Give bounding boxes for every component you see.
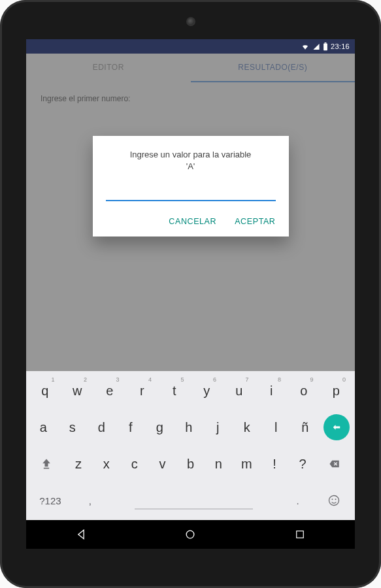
- key-w[interactable]: w2: [63, 375, 93, 406]
- key-m[interactable]: m: [234, 448, 259, 480]
- key-e[interactable]: e3: [95, 375, 125, 406]
- keyboard-row-2: asdfghjklñ: [29, 412, 352, 443]
- svg-rect-1: [325, 42, 327, 43]
- key-q[interactable]: q1: [30, 375, 60, 406]
- wifi-icon: [301, 43, 310, 50]
- key-comma[interactable]: ,: [73, 485, 107, 516]
- dialog-title-line2: 'A': [186, 161, 195, 171]
- android-nav-bar: [26, 520, 355, 549]
- svg-point-6: [187, 531, 195, 538]
- key-delete[interactable]: [318, 448, 351, 480]
- keyboard-row-1: q1w2e3r4t5y6u7i8o9p0: [29, 375, 352, 406]
- key-s[interactable]: s: [59, 412, 86, 443]
- key-emoji[interactable]: [317, 485, 351, 516]
- status-bar: 23:16: [26, 39, 355, 54]
- key-b[interactable]: b: [178, 448, 203, 480]
- key-enter[interactable]: [323, 414, 350, 440]
- key-![interactable]: !: [262, 448, 288, 480]
- dialog-title: Ingrese un valor para la variable 'A': [106, 149, 276, 172]
- key-t[interactable]: t5: [159, 375, 190, 406]
- key-shift[interactable]: [30, 448, 63, 480]
- key-y[interactable]: y6: [192, 375, 222, 406]
- nav-home-button[interactable]: [174, 524, 206, 545]
- key-f[interactable]: f: [118, 412, 144, 443]
- soft-keyboard: q1w2e3r4t5y6u7i8o9p0 asdfghjklñ zxcvbnm!…: [26, 371, 355, 520]
- key-c[interactable]: c: [122, 448, 147, 480]
- key-o[interactable]: o9: [289, 375, 319, 406]
- key-n[interactable]: n: [206, 448, 231, 480]
- keyboard-row-3: zxcvbnm!?: [29, 448, 352, 480]
- key-p[interactable]: p0: [322, 375, 352, 406]
- svg-point-5: [335, 498, 337, 500]
- key-v[interactable]: v: [150, 448, 175, 480]
- signal-icon: [312, 43, 320, 50]
- accept-button[interactable]: ACEPTAR: [235, 217, 275, 226]
- key-space[interactable]: [110, 485, 278, 516]
- nav-recents-button[interactable]: [284, 524, 316, 545]
- key-g[interactable]: g: [146, 412, 173, 443]
- key-r[interactable]: r4: [127, 375, 157, 406]
- cancel-button[interactable]: CANCELAR: [169, 217, 216, 226]
- screen: 23:16 EDITOR RESULTADO(E/S) Ingrese el p…: [26, 39, 355, 549]
- key-z[interactable]: z: [66, 448, 91, 480]
- keyboard-row-4: ?123, .: [29, 485, 352, 516]
- key-symbols[interactable]: ?123: [30, 485, 71, 516]
- dialog-title-line1: Ingrese un valor para la variable: [130, 150, 252, 159]
- status-time: 23:16: [331, 42, 350, 50]
- nav-back-button[interactable]: [65, 524, 97, 545]
- key-?[interactable]: ?: [290, 448, 316, 480]
- svg-rect-2: [44, 468, 49, 469]
- dialog-actions: CANCELAR ACEPTAR: [106, 217, 276, 230]
- key-ñ[interactable]: ñ: [292, 412, 319, 443]
- key-i[interactable]: i8: [257, 375, 287, 406]
- key-d[interactable]: d: [88, 412, 115, 443]
- key-period[interactable]: .: [281, 485, 315, 516]
- dialog-input-underline: [106, 187, 276, 201]
- input-dialog: Ingrese un valor para la variable 'A' CA…: [93, 136, 289, 237]
- svg-rect-7: [297, 531, 304, 538]
- key-u[interactable]: u7: [224, 375, 254, 406]
- tablet-frame: 23:16 EDITOR RESULTADO(E/S) Ingrese el p…: [0, 0, 381, 588]
- key-k[interactable]: k: [234, 412, 261, 443]
- key-x[interactable]: x: [93, 448, 119, 480]
- key-a[interactable]: a: [30, 412, 57, 443]
- key-l[interactable]: l: [263, 412, 290, 443]
- variable-value-input[interactable]: [106, 188, 276, 198]
- battery-icon: [323, 42, 328, 51]
- svg-point-4: [332, 498, 333, 500]
- svg-rect-0: [323, 43, 327, 50]
- key-j[interactable]: j: [205, 412, 231, 443]
- svg-point-3: [329, 496, 339, 506]
- key-h[interactable]: h: [176, 412, 203, 443]
- front-camera: [186, 17, 195, 26]
